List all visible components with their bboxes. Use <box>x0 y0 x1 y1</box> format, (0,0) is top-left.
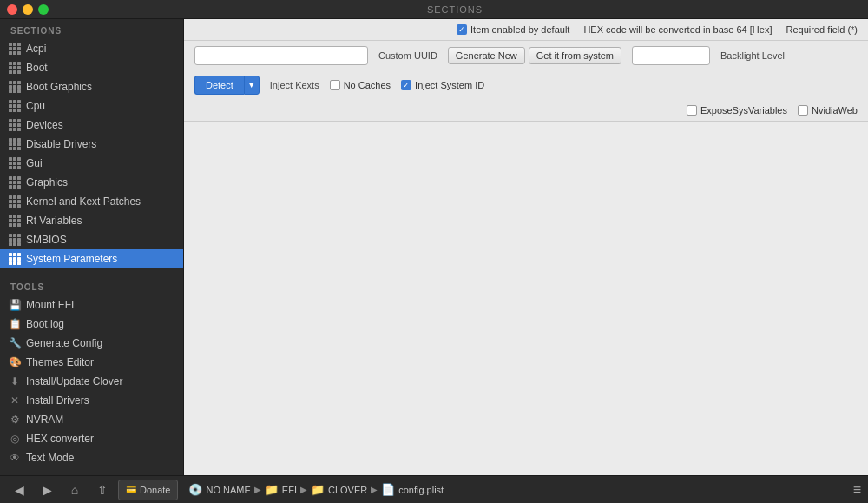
inject-system-id-checkbox[interactable] <box>401 80 411 90</box>
content-area: Item enabled by default HEX code will be… <box>184 19 868 475</box>
sidebar-label-boot: Boot <box>26 62 48 74</box>
sidebar: SECTIONS Acpi Boot Boot Graphics Cpu <box>0 19 184 475</box>
controls-row: Custom UUID Generate New Get it from sys… <box>184 41 868 122</box>
sidebar-item-rt-variables[interactable]: Rt Variables <box>0 211 183 230</box>
tool-item-generate-config[interactable]: 🔧 Generate Config <box>0 334 183 353</box>
title-bar-label: SECTIONS <box>49 4 861 15</box>
sidebar-item-acpi[interactable]: Acpi <box>0 39 183 58</box>
grid-icon-kernel <box>9 195 21 208</box>
sidebar-item-system-parameters[interactable]: System Parameters <box>0 249 183 268</box>
maximize-button[interactable] <box>38 4 49 15</box>
backlight-level-input[interactable] <box>632 46 710 65</box>
generate-new-button[interactable]: Generate New <box>448 47 525 64</box>
grid-icon-acpi <box>9 43 21 55</box>
detect-button[interactable]: Detect <box>194 76 244 95</box>
sidebar-item-cpu[interactable]: Cpu <box>0 96 183 116</box>
sidebar-label-system-parameters: System Parameters <box>26 253 117 265</box>
tool-item-install-drivers[interactable]: ✕ Install Drivers <box>0 391 183 410</box>
generate-config-icon: 🔧 <box>9 337 21 349</box>
tool-item-themes-editor[interactable]: 🎨 Themes Editor <box>0 353 183 372</box>
grid-icon-cpu <box>9 100 21 112</box>
share-icon: ⇧ <box>97 483 108 497</box>
sidebar-item-smbios[interactable]: SMBIOS <box>0 230 183 249</box>
donate-button[interactable]: 💳 Donate <box>118 480 178 500</box>
menu-icon[interactable]: ≡ <box>853 482 861 498</box>
close-button[interactable] <box>7 4 17 15</box>
sidebar-item-gui[interactable]: Gui <box>0 154 183 173</box>
sidebar-label-devices: Devices <box>26 119 63 131</box>
hex-converter-icon: ◎ <box>9 433 21 445</box>
tool-label-text-mode: Text Mode <box>26 452 74 464</box>
tool-item-nvram[interactable]: ⚙ NVRAM <box>0 410 183 429</box>
paypal-icon: 💳 <box>126 485 136 494</box>
backlight-label-group: Backlight Level <box>720 50 785 61</box>
sidebar-item-boot[interactable]: Boot <box>0 58 183 77</box>
boot-log-icon: 📋 <box>9 318 21 330</box>
item-enabled-checkbox[interactable] <box>457 24 467 35</box>
backlight-group <box>632 46 710 65</box>
breadcrumb-arrow-3: ▶ <box>371 485 378 494</box>
sidebar-item-boot-graphics[interactable]: Boot Graphics <box>0 77 183 96</box>
uuid-label-group: Custom UUID <box>378 50 437 61</box>
sidebar-item-graphics[interactable]: Graphics <box>0 173 183 192</box>
main-layout: SECTIONS Acpi Boot Boot Graphics Cpu <box>0 19 868 475</box>
hex-code-group: HEX code will be converted in base 64 [H… <box>583 24 772 35</box>
inject-system-id-group: Inject System ID <box>401 80 484 90</box>
detect-btn-group: Detect ▼ <box>194 76 260 95</box>
grid-icon-boot <box>9 62 21 74</box>
get-from-system-button[interactable]: Get it from system <box>529 47 621 64</box>
sidebar-label-acpi: Acpi <box>26 43 46 55</box>
expose-sys-group: ExposeSysVariables NvidiaWeb <box>194 105 858 116</box>
detect-arrow-button[interactable]: ▼ <box>244 76 260 95</box>
custom-uuid-label: Custom UUID <box>378 50 437 61</box>
drive-icon: 💿 <box>188 483 202 496</box>
expose-sys-variables-label: ExposeSysVariables <box>700 105 787 116</box>
tool-item-hex-converter[interactable]: ◎ HEX converter <box>0 429 183 448</box>
sidebar-label-graphics: Graphics <box>26 176 68 189</box>
sidebar-label-rt-variables: Rt Variables <box>26 215 82 227</box>
breadcrumb-arrow-2: ▶ <box>300 485 307 494</box>
folder-clover-icon: 📁 <box>311 483 325 496</box>
tool-item-text-mode[interactable]: 👁 Text Mode <box>0 448 183 467</box>
home-icon: ⌂ <box>71 483 78 497</box>
hex-code-label: HEX code will be converted in base 64 [H… <box>583 24 772 35</box>
tool-item-install-clover[interactable]: ⬇ Install/Update Clover <box>0 372 183 391</box>
grid-icon-boot-graphics <box>9 81 21 93</box>
custom-uuid-input[interactable] <box>194 46 368 65</box>
tool-label-hex-converter: HEX converter <box>26 433 94 445</box>
mount-efi-icon: 💾 <box>9 299 21 311</box>
sidebar-item-devices[interactable]: Devices <box>0 116 183 135</box>
sidebar-label-smbios: SMBIOS <box>26 234 67 246</box>
no-caches-group: No Caches <box>330 80 391 90</box>
minimize-button[interactable] <box>23 4 33 15</box>
sidebar-label-boot-graphics: Boot Graphics <box>26 81 92 93</box>
breadcrumb-file: config.plist <box>398 485 444 495</box>
no-caches-checkbox[interactable] <box>330 80 340 90</box>
expose-sys-variables-checkbox[interactable] <box>687 105 697 116</box>
share-button[interactable]: ⇧ <box>90 480 115 500</box>
breadcrumb: 💿 NO NAME ▶ 📁 EFI ▶ 📁 CLOVER ▶ 📄 config.… <box>188 483 849 496</box>
breadcrumb-arrow-1: ▶ <box>254 485 261 494</box>
home-button[interactable]: ⌂ <box>62 480 87 500</box>
backlight-level-label: Backlight Level <box>720 50 785 61</box>
themes-editor-icon: 🎨 <box>9 356 21 368</box>
item-enabled-label: Item enabled by default <box>470 24 569 35</box>
uuid-group <box>194 46 368 65</box>
tools-label: TOOLS <box>0 275 183 295</box>
tool-label-install-clover: Install/Update Clover <box>26 375 122 387</box>
nvidia-web-checkbox[interactable] <box>798 105 808 116</box>
sections-label: SECTIONS <box>0 19 183 39</box>
sidebar-item-kernel-kext-patches[interactable]: Kernel and Kext Patches <box>0 192 183 211</box>
generate-new-group: Generate New Get it from system <box>448 47 621 64</box>
breadcrumb-clover: CLOVER <box>328 485 367 495</box>
tool-label-nvram: NVRAM <box>26 414 63 426</box>
forward-button[interactable]: ▶ <box>35 480 59 500</box>
forward-icon: ▶ <box>43 483 52 497</box>
traffic-lights <box>7 4 49 15</box>
back-button[interactable]: ◀ <box>7 480 31 500</box>
required-field-label: Required field (*) <box>786 24 858 35</box>
sidebar-item-disable-drivers[interactable]: Disable Drivers <box>0 135 183 154</box>
tool-item-boot-log[interactable]: 📋 Boot.log <box>0 314 183 334</box>
tool-item-mount-efi[interactable]: 💾 Mount EFI <box>0 295 183 314</box>
top-bar: Item enabled by default HEX code will be… <box>184 19 868 41</box>
